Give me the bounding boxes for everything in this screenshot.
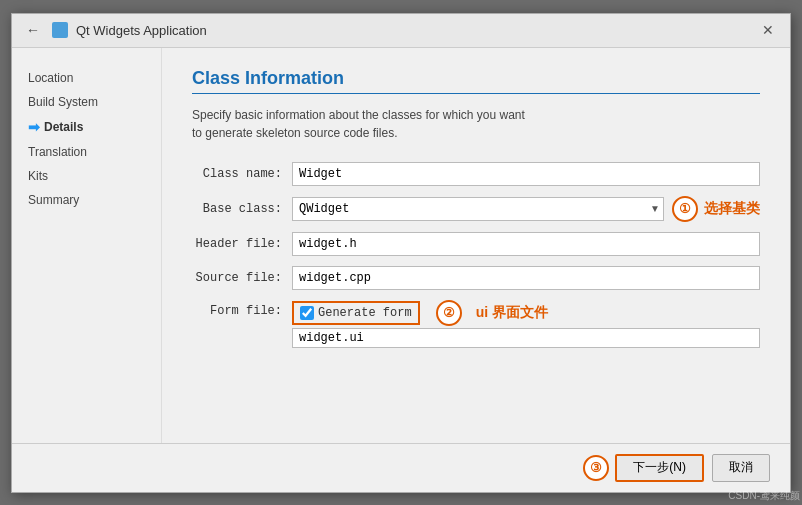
section-title: Class Information <box>192 68 760 94</box>
sidebar-item-label: Build System <box>28 95 98 109</box>
window-title: Qt Widgets Application <box>76 23 207 38</box>
source-file-input[interactable] <box>292 266 760 290</box>
watermark: CSDN-鸢来纯颜 <box>728 489 800 503</box>
base-class-label: Base class: <box>192 202 292 216</box>
header-file-row: Header file: <box>192 232 760 256</box>
base-class-select[interactable]: QWidget <box>292 197 664 221</box>
next-button[interactable]: 下一步(N) <box>615 454 704 482</box>
annotation-3-bubble: ③ <box>583 455 609 481</box>
source-file-label: Source file: <box>192 271 292 285</box>
dialog: ← Qt Widgets Application ✕ Location Buil… <box>11 13 791 493</box>
sidebar-item-label: Translation <box>28 145 87 159</box>
cancel-button[interactable]: 取消 <box>712 454 770 482</box>
sidebar-item-label: Location <box>28 71 73 85</box>
form-file-input[interactable] <box>292 328 760 348</box>
sidebar-item-kits[interactable]: Kits <box>22 166 151 186</box>
annotation-2-bubble: ② <box>436 300 462 326</box>
generate-form-area: Generate form <box>292 301 420 325</box>
sidebar-item-buildsystem[interactable]: Build System <box>22 92 151 112</box>
form-file-section: Form file: Generate form ② ui 界面文件 <box>192 300 760 348</box>
class-name-input[interactable] <box>292 162 760 186</box>
generate-form-checkbox[interactable] <box>300 306 314 320</box>
close-button[interactable]: ✕ <box>756 20 780 40</box>
annotation-3-group: ③ 下一步(N) <box>575 454 704 482</box>
sidebar-item-translation[interactable]: Translation <box>22 142 151 162</box>
sidebar-item-label: Kits <box>28 169 48 183</box>
dialog-body: Location Build System ➡ Details Translat… <box>12 48 790 443</box>
title-bar: ← Qt Widgets Application ✕ <box>12 14 790 48</box>
annotation-1-text: 选择基类 <box>704 200 760 218</box>
sidebar-item-label: Details <box>44 120 83 134</box>
annotation-2-text: ui 界面文件 <box>476 304 548 322</box>
back-button[interactable]: ← <box>22 20 44 40</box>
sidebar-item-details[interactable]: ➡ Details <box>22 116 151 138</box>
sidebar-item-location[interactable]: Location <box>22 68 151 88</box>
sidebar: Location Build System ➡ Details Translat… <box>12 48 162 443</box>
annotation-1-bubble: ① <box>672 196 698 222</box>
source-file-row: Source file: <box>192 266 760 290</box>
sidebar-item-label: Summary <box>28 193 79 207</box>
base-class-row: Base class: QWidget ▼ ① 选择基类 <box>192 196 760 222</box>
qt-icon <box>52 22 68 38</box>
description-text: Specify basic information about the clas… <box>192 106 760 142</box>
generate-form-label: Generate form <box>318 306 412 320</box>
arrow-icon: ➡ <box>28 119 40 135</box>
main-content: Class Information Specify basic informat… <box>162 48 790 443</box>
header-file-label: Header file: <box>192 237 292 251</box>
footer: ③ 下一步(N) 取消 <box>12 443 790 492</box>
class-name-row: Class name: <box>192 162 760 186</box>
header-file-input[interactable] <box>292 232 760 256</box>
class-name-label: Class name: <box>192 167 292 181</box>
sidebar-item-summary[interactable]: Summary <box>22 190 151 210</box>
form-file-label: Form file: <box>192 304 292 318</box>
